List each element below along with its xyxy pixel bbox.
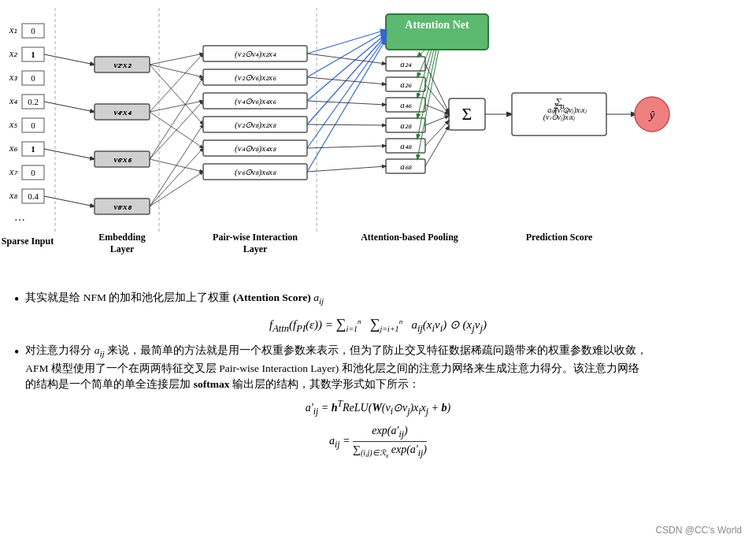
bullet1-dot: • [14, 290, 19, 310]
svg-line-94 [425, 126, 449, 166]
svg-text:a₆₈: a₆₈ [400, 161, 412, 171]
x4-label: x₄ [9, 95, 17, 106]
svg-line-37 [150, 101, 203, 159]
svg-text:a₂₈: a₂₈ [400, 121, 412, 130]
svg-line-18 [44, 102, 94, 112]
svg-line-33 [150, 54, 203, 112]
svg-text:Attention Net: Attention Net [405, 19, 469, 31]
svg-line-74 [307, 39, 386, 172]
svg-text:0.2: 0.2 [28, 97, 39, 106]
svg-text:(v₆⊙v₈)x₆x₈: (v₆⊙v₈)x₆x₈ [235, 167, 276, 177]
svg-text:v₈·x₈: v₈·x₈ [113, 202, 132, 211]
bullet1-text: 其实就是给 NFM 的加和池化层加上了权重 (Attention Score) … [25, 290, 324, 308]
svg-text:0: 0 [31, 73, 35, 83]
svg-text:(v₂⊙v₄)x₂x₄: (v₂⊙v₄)x₂x₄ [235, 49, 276, 59]
svg-line-36 [150, 77, 203, 159]
svg-line-93 [425, 121, 449, 146]
svg-line-78 [307, 124, 386, 125]
svg-text:(v₄⊙v₈)x₄x₈: (v₄⊙v₈)x₄x₈ [235, 143, 276, 154]
svg-text:(v₂⊙v₆)x₂x₆: (v₂⊙v₆)x₂x₆ [235, 72, 276, 83]
svg-line-30 [150, 54, 203, 65]
diagram-area: x₁ x₂ x₃ x₄ x₅ x₆ x₇ x₈ … 0 1 0 0.2 0 1 … [0, 0, 756, 284]
x5-label: x₅ [9, 119, 18, 130]
svg-text:Pair-wise Interaction: Pair-wise Interaction [213, 232, 298, 243]
x3-label: x₃ [9, 72, 18, 83]
svg-line-69 [307, 30, 386, 54]
svg-text:v₆·x₆: v₆·x₆ [113, 154, 132, 164]
svg-line-71 [307, 34, 386, 101]
svg-text:Embedding: Embedding [98, 232, 145, 243]
bullet1-container: • 其实就是给 NFM 的加和池化层加上了权重 (Attention Score… [14, 290, 742, 310]
svg-line-80 [307, 166, 386, 172]
svg-line-81 [417, 50, 425, 57]
svg-line-73 [307, 37, 386, 148]
svg-text:ŷ: ŷ [648, 109, 655, 121]
svg-text:(v₂⊙v₈)x₂x₈: (v₂⊙v₈)x₂x₈ [235, 120, 276, 130]
x1-label: x₁ [9, 24, 17, 35]
bullet2-dot: • [14, 343, 19, 362]
svg-line-20 [44, 196, 94, 206]
svg-line-34 [150, 101, 203, 112]
svg-text:Prediction Score: Prediction Score [526, 232, 593, 243]
svg-line-19 [44, 149, 94, 159]
svg-text:1: 1 [31, 144, 35, 154]
svg-text:0: 0 [31, 26, 35, 35]
formula1: fAttn(fPI(ε)) = ∑i=1n ∑j=i+1n aij(xivi) … [14, 316, 742, 335]
architecture-svg: x₁ x₂ x₃ x₄ x₅ x₆ x₇ x₈ … 0 1 0 0.2 0 1 … [0, 0, 756, 284]
svg-text:Σ: Σ [462, 104, 472, 124]
svg-text:v₂·x₂: v₂·x₂ [113, 60, 132, 69]
svg-text:0.4: 0.4 [28, 191, 39, 201]
ellipsis: … [14, 211, 25, 223]
formula2b: aij = exp(a'ij) ∑(i,j)∈ℛx exp(a'ij) [14, 425, 742, 460]
svg-line-17 [44, 54, 94, 65]
x2-label: x₂ [9, 48, 18, 59]
svg-text:0: 0 [31, 168, 35, 177]
svg-text:1: 1 [31, 50, 35, 59]
svg-line-39 [150, 124, 203, 206]
svg-text:aᵢⱼ(vᵢ⊙vⱼ)xᵢxⱼ: aᵢⱼ(vᵢ⊙vⱼ)xᵢxⱼ [547, 106, 587, 115]
svg-text:(v₄⊙v₆)x₄x₆: (v₄⊙v₆)x₄x₆ [235, 96, 276, 106]
bullet2-container: • 对注意力得分 aij 来说，最简单的方法就是用一个权重参数来表示，但为了防止… [14, 343, 742, 392]
svg-text:a₂₆: a₂₆ [400, 80, 412, 89]
svg-line-32 [150, 65, 203, 124]
svg-line-72 [307, 35, 386, 124]
svg-text:Layer: Layer [110, 243, 135, 254]
svg-text:Layer: Layer [243, 243, 268, 254]
watermark: CSDN @CC's World [655, 525, 742, 536]
svg-text:a₄₈: a₄₈ [400, 141, 412, 150]
x6-label: x₆ [9, 143, 18, 154]
formula2a: a'ij = hTReLU(W(vi⊙vj)xixj + b) [14, 399, 742, 416]
svg-line-76 [307, 77, 386, 84]
svg-line-31 [150, 65, 203, 77]
svg-text:v₄·x₄: v₄·x₄ [113, 107, 131, 117]
x7-label: x₇ [9, 166, 18, 177]
svg-line-77 [307, 101, 386, 105]
svg-text:Attention-based Pooling: Attention-based Pooling [361, 232, 458, 243]
x8-label: x₈ [9, 190, 18, 201]
bullet2-text: 对注意力得分 aij 来说，最简单的方法就是用一个权重参数来表示，但为了防止交叉… [25, 343, 647, 392]
svg-text:a₂₄: a₂₄ [400, 59, 412, 69]
svg-text:Sparse Input: Sparse Input [2, 236, 54, 247]
svg-text:0: 0 [31, 121, 35, 130]
content-area: • 其实就是给 NFM 的加和池化层加上了权重 (Attention Score… [0, 284, 756, 459]
svg-line-79 [307, 146, 386, 148]
svg-text:a₄₆: a₄₆ [400, 100, 412, 110]
